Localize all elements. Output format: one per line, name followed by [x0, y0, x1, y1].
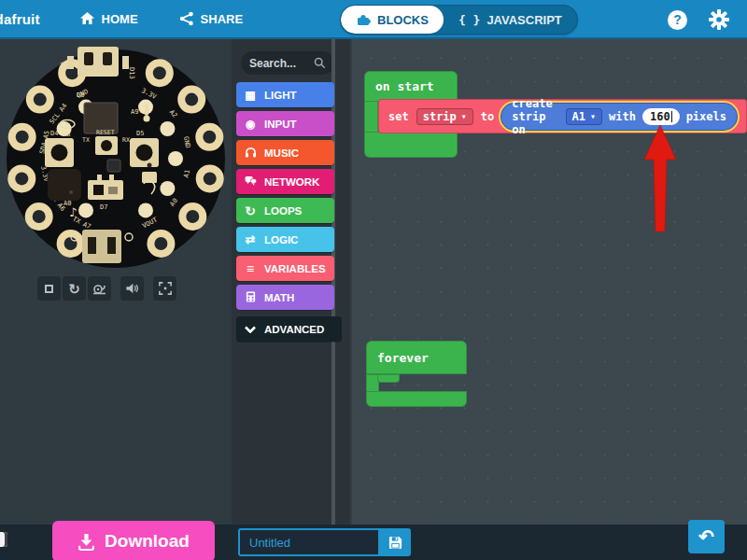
sim-restart-button[interactable]: ↻ [63, 276, 86, 301]
set-variable-block[interactable]: set strip ▾ to create strip on A1 ▾ with… [378, 99, 747, 133]
restart-icon: ↻ [68, 282, 80, 296]
board-a8-label: A8 [63, 131, 70, 138]
home-button[interactable]: HOME [66, 0, 151, 38]
braces-icon: { } [458, 13, 480, 27]
set-label: set [388, 110, 409, 123]
variable-dropdown[interactable]: strip ▾ [416, 108, 473, 125]
topbar-right-actions: ? [668, 0, 730, 39]
forever-label: forever [377, 351, 429, 365]
fullscreen-icon [159, 282, 172, 295]
blocks-workspace[interactable]: on start set strip ▾ to create strip on … [350, 39, 747, 525]
svg-text:TX: TX [82, 136, 90, 144]
button-icon: ◉ [244, 119, 257, 130]
svg-text:D7: D7 [100, 203, 107, 211]
javascript-tab-label: JAVASCRIPT [486, 13, 561, 27]
bottom-bar: Download ↶ [0, 525, 747, 560]
undo-icon: ↶ [698, 525, 714, 548]
board-speaker [48, 169, 81, 201]
on-start-block-bottom[interactable] [364, 132, 458, 158]
blocks-tab-label: BLOCKS [377, 13, 429, 27]
create-strip-block[interactable]: create strip on A1 ▾ with 160 pixels [501, 104, 737, 130]
board-d8-label: D8 [77, 91, 84, 99]
snail-icon [92, 283, 106, 295]
category-advanced[interactable]: ADVANCED [236, 316, 342, 342]
calculator-icon [244, 291, 257, 304]
forever-block-bottom[interactable] [366, 391, 467, 407]
category-music[interactable]: MUSIC [236, 140, 334, 165]
on-start-block[interactable]: on start [364, 71, 458, 102]
home-label: HOME [102, 12, 138, 26]
share-button[interactable]: SHARE [166, 0, 257, 38]
chevron-down-icon [244, 324, 257, 335]
variable-dropdown-value: strip [423, 110, 457, 123]
dropdown-arrow-icon: ▾ [590, 111, 596, 121]
toolbox-search[interactable]: Search... [241, 51, 334, 75]
simulator-panel: 3.3V A2 GND A1 A0 VOUT TX A7 RX A6 3.3V … [0, 39, 232, 525]
editor-tabs: BLOCKS { } JAVASCRIPT [340, 5, 578, 35]
stop-icon [45, 285, 53, 293]
svg-text:A1: A1 [183, 169, 192, 178]
undo-button[interactable]: ↶ [688, 520, 725, 553]
pin-dropdown-value: A1 [572, 110, 585, 123]
category-logic[interactable]: ⇄ LOGIC [236, 227, 334, 252]
to-label: to [481, 110, 494, 123]
sim-stop-button[interactable] [37, 276, 61, 301]
board-music-note-icon: ♪ [69, 205, 77, 219]
text-cursor [671, 111, 672, 122]
board-accelerometer [107, 160, 120, 172]
corner-chip-icon [0, 532, 7, 547]
simulator-controls: ↻ [37, 276, 178, 301]
category-input[interactable]: ◉ INPUT [236, 111, 334, 136]
pin-dropdown[interactable]: A1 ▾ [566, 108, 602, 125]
list-icon: ≡ [244, 262, 257, 275]
svg-text:RESET: RESET [96, 129, 115, 136]
search-placeholder: Search... [249, 57, 296, 70]
category-loops[interactable]: ↻ LOOPS [236, 198, 334, 223]
category-label: MUSIC [264, 147, 299, 159]
category-light[interactable]: ▦ LIGHT [236, 82, 334, 107]
forever-block[interactable]: forever [366, 341, 467, 374]
sim-fullscreen-button[interactable] [153, 276, 176, 301]
sim-slowmo-button[interactable] [88, 276, 111, 301]
puzzle-icon [356, 12, 371, 27]
pixels-count-value: 160 [650, 110, 670, 123]
share-label: SHARE [201, 12, 244, 26]
toolbox: Search... ▦ LIGHT ◉ INPUT [232, 39, 350, 525]
with-label: with [609, 110, 636, 123]
category-label: NETWORK [264, 176, 319, 188]
on-start-block-spine[interactable] [364, 101, 378, 134]
download-icon [78, 533, 95, 551]
repeat-icon: ↻ [244, 204, 257, 217]
help-button[interactable]: ? [668, 10, 687, 30]
svg-text:On: On [59, 62, 66, 69]
svg-text:D4: D4 [50, 130, 58, 137]
shuffle-icon: ⇄ [244, 233, 257, 245]
download-button[interactable]: Download [52, 521, 215, 560]
adafruit-logo[interactable]: adafruit [0, 11, 40, 27]
makecode-app: adafruit HOME SHARE BLO [0, 0, 747, 560]
svg-text:RX: RX [122, 136, 130, 144]
settings-gear-icon[interactable] [708, 8, 730, 31]
main-area: 3.3V A2 GND A1 A0 VOUT TX A7 RX A6 3.3V … [0, 39, 747, 525]
home-icon [79, 11, 95, 26]
board-mic-dot [148, 163, 152, 168]
pixels-count-field[interactable]: 160 [642, 108, 680, 125]
category-label: INPUT [264, 119, 297, 130]
project-name-input[interactable] [238, 528, 380, 556]
sim-mute-button[interactable] [120, 276, 144, 301]
tab-javascript[interactable]: { } JAVASCRIPT [444, 6, 577, 34]
circuit-playground-board: 3.3V A2 GND A1 A0 VOUT TX A7 RX A6 3.3V … [4, 45, 228, 269]
headphones-icon [244, 147, 257, 160]
category-label: LOOPS [264, 205, 302, 217]
category-network[interactable]: NETWORK [236, 169, 334, 194]
tab-blocks[interactable]: BLOCKS [341, 6, 444, 34]
chat-icon [244, 175, 257, 189]
svg-text:A9: A9 [131, 108, 138, 116]
speaker-icon [125, 282, 139, 295]
save-button[interactable] [380, 528, 411, 556]
download-label: Download [105, 531, 190, 552]
category-math[interactable]: MATH [236, 285, 334, 310]
category-variables[interactable]: ≡ VARIABLES [236, 256, 334, 281]
forever-block-notch [377, 374, 400, 383]
pixels-label: pixels [686, 110, 726, 123]
